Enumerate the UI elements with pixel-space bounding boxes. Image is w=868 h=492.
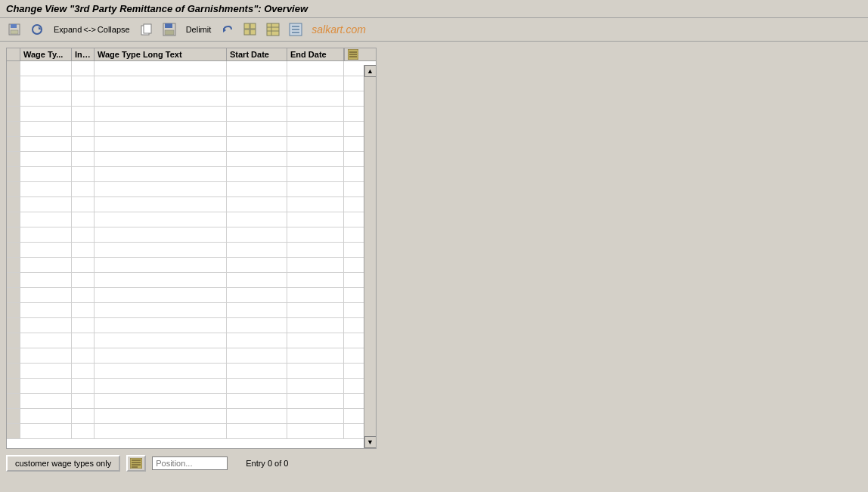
svg-rect-13 [244, 29, 250, 35]
table-row[interactable] [7, 212, 376, 227]
scroll-down-btn[interactable]: ▼ [364, 436, 377, 448]
table-row[interactable] [7, 91, 376, 107]
table-row[interactable] [7, 107, 376, 122]
table-icon-btn[interactable] [263, 20, 283, 39]
toolbar-icon-2[interactable] [27, 20, 47, 39]
svg-rect-9 [165, 30, 174, 35]
table-row[interactable] [7, 303, 376, 318]
table-row[interactable] [7, 227, 376, 243]
title-text: Change View "3rd Party Remittance of Gar… [6, 3, 308, 14]
table-row[interactable] [7, 273, 376, 288]
position-input[interactable] [152, 456, 228, 470]
footer: customer wage types only Entry 0 of 0 [6, 449, 862, 475]
expand-button[interactable]: Expand <-> Collapse [50, 23, 134, 36]
table-row[interactable] [7, 61, 376, 76]
header-row-selector [7, 48, 20, 60]
table-body [7, 61, 376, 444]
config-icon [288, 22, 303, 37]
row-cell-end-date [287, 61, 344, 76]
row-cell-wage-type [20, 61, 72, 76]
customer-wage-types-button[interactable]: customer wage types only [6, 455, 120, 472]
scroll-up-btn[interactable]: ▲ [364, 65, 377, 77]
table-icon [265, 22, 281, 37]
copy-icon-btn[interactable] [137, 20, 157, 39]
undo-icon-btn[interactable] [218, 20, 237, 39]
save-icon [7, 22, 22, 37]
svg-rect-6 [144, 24, 151, 33]
scrollbar[interactable]: ▲ ▼ [364, 65, 376, 448]
delimit-button[interactable]: Delimit [182, 23, 215, 36]
table-row[interactable] [7, 182, 376, 197]
table-row[interactable] [7, 167, 376, 182]
watermark: salkart.com [312, 23, 366, 36]
table-row[interactable] [7, 152, 376, 167]
collapse-label: Collapse [98, 25, 130, 34]
table-row[interactable] [7, 379, 376, 394]
save2-icon [162, 22, 177, 37]
table-row[interactable] [7, 424, 376, 439]
title-bar: Change View "3rd Party Remittance of Gar… [0, 0, 868, 18]
refresh-icon [29, 22, 45, 37]
row-cell-inf [72, 61, 95, 76]
grid-icon [243, 22, 258, 37]
col-header-long-text[interactable]: Wage Type Long Text [95, 48, 227, 60]
entry-count: Entry 0 of 0 [246, 459, 288, 468]
svg-rect-15 [267, 23, 279, 36]
svg-rect-11 [244, 23, 250, 29]
table-row[interactable] [7, 288, 376, 303]
config-icon-btn[interactable] [286, 20, 305, 39]
svg-rect-1 [11, 24, 17, 28]
table-row[interactable] [7, 137, 376, 152]
table-row[interactable] [7, 364, 376, 379]
table-row[interactable] [7, 243, 376, 258]
table-row[interactable] [7, 76, 376, 91]
table-row[interactable] [7, 258, 376, 273]
table-header: Wage Ty... Inf... Wage Type Long Text St… [7, 48, 376, 61]
col-header-wage-type[interactable]: Wage Ty... [20, 48, 72, 60]
undo-icon [220, 22, 235, 37]
table-row[interactable] [7, 394, 376, 409]
row-cell-start-date [227, 61, 287, 76]
toolbar: Expand <-> Collapse Delimit [0, 18, 868, 42]
position-icon-button[interactable] [126, 455, 146, 472]
table-row[interactable] [7, 348, 376, 364]
save-icon-btn[interactable] [160, 20, 179, 39]
table-row[interactable] [7, 122, 376, 137]
toolbar-icon-1[interactable] [5, 20, 24, 39]
expand-collapse-arrow: <-> [83, 25, 96, 34]
svg-rect-12 [250, 23, 256, 29]
col-header-start-date[interactable]: Start Date [227, 48, 287, 60]
main-content: Wage Ty... Inf... Wage Type Long Text St… [0, 42, 868, 481]
table-row[interactable] [7, 333, 376, 348]
table-container: Wage Ty... Inf... Wage Type Long Text St… [6, 48, 377, 449]
col-settings-icon[interactable] [344, 48, 361, 60]
grid-icon-btn[interactable] [240, 20, 260, 39]
svg-rect-2 [11, 30, 18, 34]
table-row[interactable] [7, 197, 376, 212]
col-header-inf[interactable]: Inf... [72, 48, 95, 60]
row-cell-long-text [95, 61, 227, 76]
row-selector [7, 61, 20, 76]
svg-rect-14 [250, 29, 256, 35]
copy-icon [139, 22, 154, 37]
svg-rect-8 [165, 23, 172, 28]
table-row[interactable] [7, 409, 376, 424]
delimit-label: Delimit [186, 25, 212, 34]
expand-label: Expand [54, 25, 82, 34]
col-header-end-date[interactable]: End Date [287, 48, 344, 60]
table-row[interactable] [7, 318, 376, 333]
